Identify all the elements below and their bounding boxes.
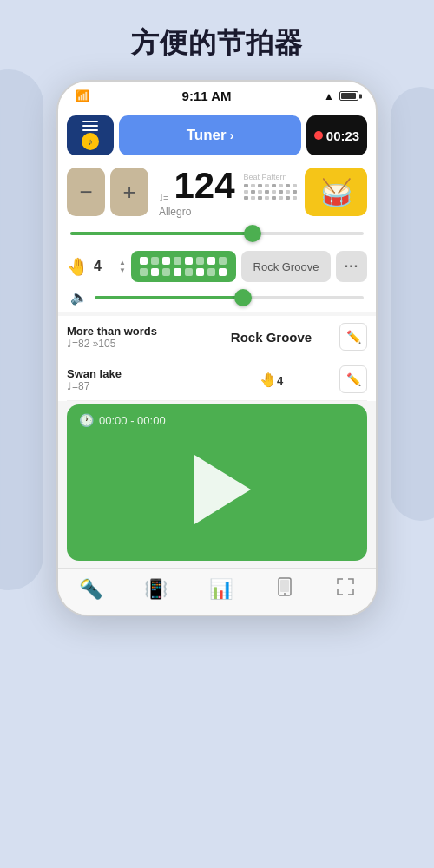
top-bar: ♪ Tuner › 00:23	[58, 108, 376, 162]
play-button-area[interactable]	[79, 427, 355, 552]
beat-cell	[151, 268, 159, 276]
song-title: More than words	[67, 325, 203, 338]
hamburger-icon	[82, 121, 98, 131]
song-info: More than words ♩=82 »105	[67, 325, 203, 350]
bpm-minus-button[interactable]: −	[67, 168, 105, 216]
wifi-icon: 📶	[76, 89, 89, 102]
beat-pattern-dots	[244, 184, 298, 201]
bpm-tempo-label: Allegro	[159, 206, 299, 218]
phone-frame: 📶 9:11 AM ▲ ♪ Tuner › 00:23	[56, 80, 378, 616]
bottom-nav: 🔦 📳 📊	[58, 568, 376, 615]
player-clock-icon: 🕐	[79, 413, 94, 427]
beat-controls-row: 🤚 4 ▲ ▼	[58, 244, 376, 286]
record-icon	[314, 131, 323, 140]
song-bpm: ♩=87	[67, 380, 203, 392]
song-groove-icon: 🤚4	[203, 372, 339, 388]
nav-item-expand[interactable]	[336, 577, 355, 601]
rock-groove-button[interactable]: Rock Groove	[241, 251, 331, 282]
location-icon: ▲	[324, 90, 334, 102]
beat-pattern-label: Beat Pattern	[244, 173, 287, 181]
beat-number-stepper[interactable]: 4 ▲ ▼	[94, 259, 126, 274]
more-button[interactable]: ···	[336, 251, 367, 282]
status-time: 9:11 AM	[182, 89, 232, 103]
beat-cell	[174, 268, 181, 276]
beat-cell	[140, 257, 148, 265]
song-list: More than words ♩=82 »105 Rock Groove ✏️…	[58, 316, 376, 401]
tempo-slider-track[interactable]	[70, 232, 364, 235]
tempo-slider-fill	[70, 232, 253, 235]
tuner-chevron: ›	[230, 128, 234, 142]
timer-button[interactable]: 00:23	[306, 115, 367, 155]
beat-number: 4	[94, 259, 118, 274]
volume-slider-fill	[95, 296, 243, 299]
timer-display: 00:23	[326, 128, 359, 143]
song-info: Swan lake ♩=87	[67, 367, 203, 392]
player-area: 🕐 00:00 - 00:00	[67, 404, 367, 561]
nav-item-vibrate[interactable]: 📳	[144, 578, 168, 601]
player-time-text: 00:00 - 00:00	[99, 414, 166, 427]
beat-cell	[151, 257, 159, 265]
nav-item-phone[interactable]	[275, 577, 294, 601]
phone-icon	[275, 577, 294, 601]
beat-cell	[162, 257, 170, 265]
beat-cell	[162, 268, 170, 276]
volume-slider-track[interactable]	[95, 296, 364, 299]
tuner-button[interactable]: Tuner ›	[119, 115, 301, 155]
volume-icon: 🔈	[70, 289, 88, 306]
flashlight-icon: 🔦	[79, 578, 102, 601]
song-edit-button[interactable]: ✏️	[339, 323, 367, 351]
rock-groove-label: Rock Groove	[253, 260, 319, 273]
drum-button[interactable]: 🥁	[305, 168, 367, 216]
player-time-row: 🕐 00:00 - 00:00	[79, 413, 355, 427]
battery-icon	[339, 91, 358, 101]
drum-icon: 🥁	[320, 177, 352, 207]
tempo-slider-thumb[interactable]	[244, 225, 261, 242]
menu-button[interactable]: ♪	[67, 115, 114, 155]
beat-pattern-active[interactable]	[131, 251, 236, 282]
bpm-row: − + ♩= 124 Beat Pattern	[58, 162, 376, 221]
beat-cell	[207, 257, 215, 265]
bpm-note-symbol: ♩=	[159, 193, 168, 204]
edit-icon: ✏️	[346, 372, 361, 386]
song-edit-button[interactable]: ✏️	[339, 365, 367, 393]
beat-arrows: ▲ ▼	[119, 259, 126, 274]
edit-icon: ✏️	[346, 330, 361, 344]
beat-cell	[196, 257, 204, 265]
status-bar: 📶 9:11 AM ▲	[58, 82, 376, 108]
bpm-value[interactable]: 124	[174, 168, 234, 204]
beat-cell	[196, 268, 204, 276]
beat-pattern-display: Beat Pattern	[244, 173, 298, 202]
tempo-slider-row	[58, 221, 376, 244]
song-item[interactable]: More than words ♩=82 »105 Rock Groove ✏️	[67, 316, 367, 358]
song-item[interactable]: Swan lake ♩=87 🤚4 ✏️	[67, 358, 367, 401]
app-content: ♪ Tuner › 00:23 − + ♩= 124	[58, 108, 376, 615]
note-icon: ♪	[82, 133, 99, 150]
svg-rect-1	[280, 580, 289, 592]
bpm-plus-button[interactable]: +	[110, 168, 148, 216]
expand-icon	[336, 577, 355, 601]
more-icon: ···	[345, 259, 358, 274]
vibrate-icon: 📳	[144, 578, 168, 601]
nav-item-chart[interactable]: 📊	[209, 578, 233, 601]
chart-icon: 📊	[209, 578, 233, 601]
page-title: 方便的节拍器	[0, 0, 434, 80]
volume-row: 🔈	[58, 286, 376, 312]
svg-point-2	[284, 593, 286, 595]
hand-icon: 🤚	[67, 256, 89, 277]
tuner-label: Tuner	[187, 127, 227, 144]
status-right-icons: ▲	[324, 90, 358, 102]
beat-cell	[207, 268, 215, 276]
beat-cell	[219, 268, 227, 276]
beat-cell	[140, 268, 148, 276]
beat-cell	[185, 268, 193, 276]
beat-cell	[219, 257, 227, 265]
song-title: Swan lake	[67, 367, 203, 380]
beat-cell	[185, 257, 193, 265]
bpm-display: ♩= 124 Beat Pattern	[154, 168, 299, 218]
beat-cell	[174, 257, 181, 265]
song-groove-label: Rock Groove	[203, 330, 339, 345]
volume-slider-thumb[interactable]	[234, 289, 252, 306]
play-button-triangle[interactable]	[194, 455, 251, 524]
nav-item-flashlight[interactable]: 🔦	[79, 578, 102, 601]
song-bpm: ♩=82 »105	[67, 338, 203, 350]
